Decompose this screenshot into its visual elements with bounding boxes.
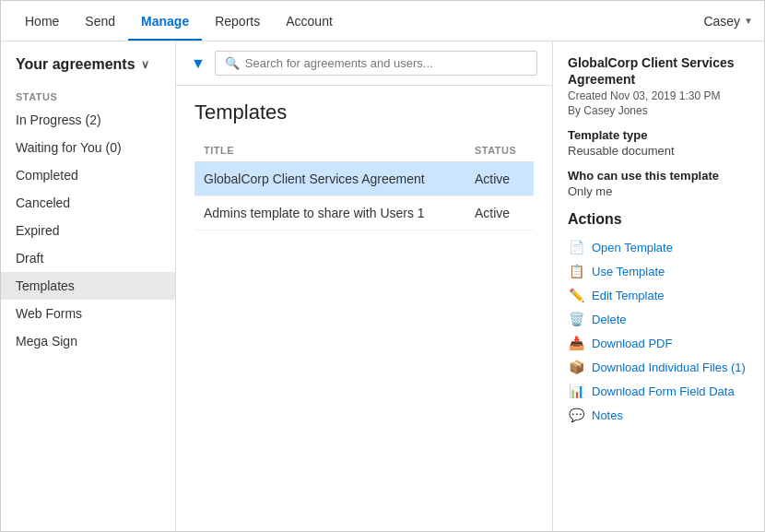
app-window: Home Send Manage Reports Account Casey ▼…: [0, 0, 765, 532]
col-title-header: TITLE: [194, 139, 465, 162]
agreements-table: TITLE STATUS GlobalCorp Client Services …: [194, 139, 534, 231]
user-name: Casey: [703, 14, 740, 29]
sidebar-item-completed[interactable]: Completed: [1, 161, 175, 189]
action-download-pdf-label: Download PDF: [592, 337, 672, 350]
col-status-header: STATUS: [465, 139, 534, 162]
table-row[interactable]: Admins template to share with Users 1 Ac…: [194, 196, 534, 231]
action-notes[interactable]: 💬 Notes: [568, 403, 749, 427]
search-box: 🔍: [215, 51, 537, 76]
search-bar-row: ▼ 🔍: [176, 41, 552, 86]
user-chevron-icon: ▼: [744, 16, 753, 26]
download-pdf-icon: 📥: [568, 336, 584, 350]
panel-agreement-title: GlobalCorp Client Services Agreement: [568, 54, 749, 88]
who-can-label: Who can use this template: [568, 169, 749, 183]
actions-title: Actions: [568, 211, 749, 228]
user-menu[interactable]: Casey ▼: [703, 14, 753, 29]
delete-icon: 🗑️: [568, 312, 584, 326]
nav-send[interactable]: Send: [72, 3, 128, 40]
download-files-icon: 📦: [568, 360, 584, 374]
center-content: ▼ 🔍 Templates TITLE STATUS: [176, 41, 552, 531]
sidebar-item-expired[interactable]: Expired: [1, 217, 175, 244]
action-download-individual-files[interactable]: 📦 Download Individual Files (1): [568, 355, 749, 379]
use-template-icon: 📋: [568, 264, 584, 278]
action-edit-template-label: Edit Template: [592, 289, 665, 302]
filter-icon[interactable]: ▼: [191, 55, 206, 72]
template-type-value: Reusable document: [568, 144, 749, 158]
nav-reports[interactable]: Reports: [202, 3, 273, 40]
edit-template-icon: ✏️: [568, 288, 584, 302]
sidebar-item-templates[interactable]: Templates: [1, 272, 175, 300]
action-download-pdf[interactable]: 📥 Download PDF: [568, 331, 749, 355]
row-title: Admins template to share with Users 1: [194, 196, 465, 231]
nav-manage[interactable]: Manage: [128, 3, 202, 40]
top-nav: Home Send Manage Reports Account Casey ▼: [1, 1, 764, 41]
right-panel: GlobalCorp Client Services Agreement Cre…: [552, 41, 764, 531]
sidebar-item-mega-sign[interactable]: Mega Sign: [1, 327, 175, 355]
content-title: Templates: [194, 100, 534, 124]
template-type-label: Template type: [568, 128, 749, 142]
row-status: Active: [465, 196, 534, 231]
row-title: GlobalCorp Client Services Agreement: [194, 162, 465, 196]
download-form-data-icon: 📊: [568, 384, 584, 398]
sidebar-item-web-forms[interactable]: Web Forms: [1, 300, 175, 327]
main-layout: Your agreements ∨ STATUS In Progress (2)…: [1, 41, 764, 531]
panel-created: Created Nov 03, 2019 1:30 PM: [568, 89, 749, 102]
sidebar-item-canceled[interactable]: Canceled: [1, 189, 175, 217]
action-use-template[interactable]: 📋 Use Template: [568, 259, 749, 283]
action-download-form-data-label: Download Form Field Data: [592, 384, 735, 398]
action-notes-label: Notes: [592, 408, 623, 422]
sidebar-item-draft[interactable]: Draft: [1, 244, 175, 272]
action-open-template-label: Open Template: [592, 241, 673, 254]
panel-by: By Casey Jones: [568, 104, 749, 117]
sidebar-item-waiting[interactable]: Waiting for You (0): [1, 134, 175, 161]
notes-icon: 💬: [568, 408, 584, 422]
nav-home[interactable]: Home: [12, 3, 72, 40]
action-delete[interactable]: 🗑️ Delete: [568, 307, 749, 331]
action-open-template[interactable]: 📄 Open Template: [568, 235, 749, 259]
nav-account[interactable]: Account: [273, 3, 346, 40]
action-delete-label: Delete: [592, 313, 627, 326]
left-sidebar: Your agreements ∨ STATUS In Progress (2)…: [1, 41, 176, 531]
who-can-value: Only me: [568, 184, 749, 198]
sidebar-heading[interactable]: Your agreements ∨: [1, 56, 175, 84]
action-edit-template[interactable]: ✏️ Edit Template: [568, 283, 749, 307]
action-download-form-field-data[interactable]: 📊 Download Form Field Data: [568, 379, 749, 403]
sidebar-heading-text: Your agreements: [16, 56, 135, 73]
sidebar-heading-chevron-icon: ∨: [141, 58, 149, 71]
action-download-files-label: Download Individual Files (1): [592, 361, 746, 374]
action-use-template-label: Use Template: [592, 265, 665, 278]
content-area: Templates TITLE STATUS GlobalCorp Client…: [176, 86, 552, 531]
table-row[interactable]: GlobalCorp Client Services Agreement Act…: [194, 162, 534, 196]
search-icon: 🔍: [225, 56, 240, 70]
row-status: Active: [465, 162, 534, 196]
sidebar-status-label: STATUS: [1, 84, 175, 106]
open-template-icon: 📄: [568, 240, 584, 254]
sidebar-item-in-progress[interactable]: In Progress (2): [1, 106, 175, 134]
search-input[interactable]: [245, 56, 527, 70]
